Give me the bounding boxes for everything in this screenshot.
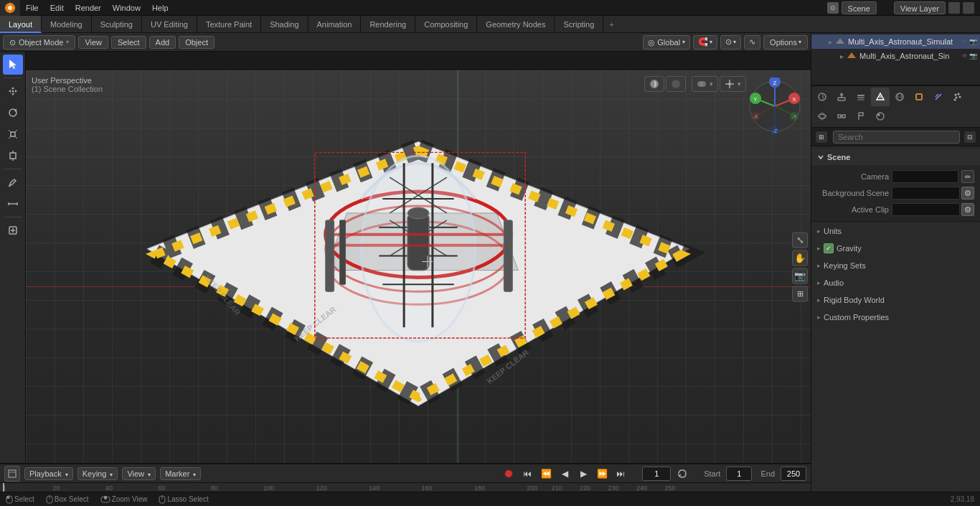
- view-layer-icon[interactable]: [948, 2, 960, 14]
- play-reverse-btn[interactable]: ◀: [557, 467, 572, 481]
- step-forward-btn[interactable]: ⏩: [595, 467, 609, 481]
- prop-tab-render[interactable]: [813, 88, 831, 106]
- main-viewport[interactable]: KEEP CLEAR KEEP CLEAR KEEP CLEAR User Pe…: [26, 70, 811, 463]
- active-clip-value[interactable]: [892, 203, 960, 216]
- prop-filter-btn[interactable]: ⊟: [964, 131, 976, 143]
- prop-tab-modifier[interactable]: [929, 88, 948, 106]
- tab-layout[interactable]: Layout: [0, 16, 42, 33]
- tab-texture-paint[interactable]: Texture Paint: [197, 16, 261, 33]
- viewport-shading-rendered[interactable]: [666, 76, 686, 92]
- tool-select[interactable]: [3, 55, 23, 75]
- viewport-shading-solid[interactable]: [644, 76, 664, 92]
- viewport-select-btn[interactable]: Select: [111, 36, 146, 49]
- viewport-object-btn[interactable]: Object: [179, 36, 215, 49]
- step-back-btn[interactable]: ⏪: [539, 467, 553, 481]
- jump-end-btn[interactable]: ⏭: [613, 467, 628, 481]
- tool-annotate[interactable]: [3, 172, 23, 192]
- scene-selector[interactable]: Scene: [842, 1, 877, 14]
- menu-help[interactable]: Help: [146, 0, 174, 16]
- units-header[interactable]: ▸ Units: [817, 224, 974, 238]
- prop-tab-constraints[interactable]: [832, 107, 851, 126]
- tab-modeling[interactable]: Modeling: [42, 16, 92, 33]
- tool-measure[interactable]: [3, 194, 23, 214]
- camera-value[interactable]: [892, 170, 958, 183]
- tab-sculpting[interactable]: Sculpting: [92, 16, 142, 33]
- prop-tab-output[interactable]: [832, 88, 851, 106]
- tool-rotate[interactable]: [3, 103, 23, 123]
- active-clip-link-btn[interactable]: [961, 203, 974, 216]
- viewport-add-btn[interactable]: Add: [149, 36, 176, 49]
- outliner-row-1[interactable]: ▸ Multi_Axis_Astronaut_Simulat 👁 📷: [811, 34, 980, 49]
- rigid-body-header[interactable]: ▸ Rigid Body World: [817, 293, 974, 307]
- viewport-overlay-toggle[interactable]: ▾: [692, 76, 718, 92]
- view-layer-expand[interactable]: [963, 2, 974, 14]
- tab-geometry-nodes[interactable]: Geometry Nodes: [477, 16, 555, 33]
- tab-shading[interactable]: Shading: [261, 16, 308, 33]
- menu-render[interactable]: Render: [70, 0, 107, 16]
- bg-scene-value[interactable]: [892, 187, 960, 200]
- tab-scripting[interactable]: Scripting: [555, 16, 603, 33]
- blender-logo[interactable]: [0, 0, 20, 16]
- tool-add[interactable]: [3, 220, 23, 240]
- prop-tab-data[interactable]: [852, 107, 870, 126]
- tool-scale[interactable]: [3, 124, 23, 144]
- tab-rendering[interactable]: Rendering: [361, 16, 415, 33]
- viewport-view-btn[interactable]: View: [78, 36, 108, 49]
- prop-tab-view-layer[interactable]: [852, 88, 870, 106]
- camera-edit-btn[interactable]: ✏: [961, 170, 974, 183]
- jump-start-btn[interactable]: ⏮: [520, 467, 534, 481]
- keying-sets-header[interactable]: ▸ Keying Sets: [817, 258, 974, 273]
- prop-tab-world[interactable]: [890, 88, 909, 106]
- audio-header[interactable]: ▸ Audio: [817, 276, 974, 290]
- scene-expand[interactable]: [880, 2, 891, 14]
- tab-uv-editing[interactable]: UV Editing: [142, 16, 197, 33]
- scene-section-header[interactable]: Scene: [811, 149, 980, 165]
- tab-compositing[interactable]: Compositing: [415, 16, 477, 33]
- prop-tab-particles[interactable]: [948, 88, 967, 106]
- current-frame-input[interactable]: 1: [642, 467, 671, 481]
- viewport-gizmo-toggle[interactable]: ▾: [720, 76, 746, 92]
- pivot-selector[interactable]: ◎ Global ▾: [643, 35, 690, 50]
- outliner-row1-eye[interactable]: 👁: [961, 38, 968, 45]
- prop-tab-scene[interactable]: [871, 88, 890, 106]
- viewport-camera-toggle[interactable]: 📷: [792, 268, 808, 284]
- menu-edit[interactable]: Edit: [44, 0, 70, 16]
- proportional-edit[interactable]: ⊙ ▾: [720, 35, 741, 50]
- prop-search-input[interactable]: [833, 131, 960, 144]
- end-frame-input[interactable]: 250: [781, 467, 806, 481]
- tl-marker-btn[interactable]: Marker ▾: [160, 467, 201, 480]
- snap-toggle[interactable]: 🧲 ▾: [693, 35, 717, 50]
- outliner-row-2[interactable]: ▸ Multi_Axis_Astronaut_Sin 👁 📷: [811, 49, 980, 63]
- curve-btn[interactable]: ∿: [744, 35, 760, 50]
- play-btn[interactable]: ▶: [576, 467, 590, 481]
- start-frame-input[interactable]: 1: [726, 467, 752, 481]
- outliner-row1-camera[interactable]: 📷: [969, 38, 977, 45]
- outliner-row2-eye[interactable]: 👁: [961, 52, 968, 60]
- options-btn[interactable]: Options ▾: [763, 35, 808, 50]
- menu-window[interactable]: Window: [107, 0, 146, 16]
- prop-tab-physics[interactable]: [813, 107, 831, 126]
- record-btn[interactable]: [501, 467, 516, 481]
- gravity-header[interactable]: ▸ ✓ Gravity: [817, 241, 974, 256]
- tab-add[interactable]: +: [603, 20, 619, 29]
- timeline-mode-btn[interactable]: [4, 466, 20, 482]
- menu-file[interactable]: File: [20, 0, 44, 16]
- gravity-checkbox[interactable]: ✓: [824, 243, 834, 253]
- tool-move[interactable]: [3, 81, 23, 101]
- tab-animation[interactable]: Animation: [308, 16, 362, 33]
- keying-btn[interactable]: Keying ▾: [77, 467, 118, 480]
- scene-icon-btn[interactable]: ⊙: [827, 2, 839, 14]
- custom-header[interactable]: ▸ Custom Properties: [817, 310, 974, 324]
- playback-btn[interactable]: Playback ▾: [24, 467, 73, 480]
- tool-transform[interactable]: [3, 146, 23, 166]
- prop-tab-object[interactable]: [910, 88, 928, 106]
- mode-selector[interactable]: ⊙ Object Mode ▾: [3, 35, 75, 50]
- view-layer-selector[interactable]: View Layer: [894, 1, 946, 14]
- viewport-hand-tool[interactable]: ✋: [792, 250, 808, 266]
- loop-btn[interactable]: [675, 467, 689, 481]
- navigation-gizmo[interactable]: X Y Z -X -Y -Z: [746, 78, 804, 135]
- prop-tab-material[interactable]: [871, 107, 890, 126]
- viewport-link-btn[interactable]: ⊞: [792, 286, 808, 301]
- prop-view-toggle[interactable]: ⊞: [816, 131, 827, 143]
- outliner-row2-camera[interactable]: 📷: [969, 52, 977, 60]
